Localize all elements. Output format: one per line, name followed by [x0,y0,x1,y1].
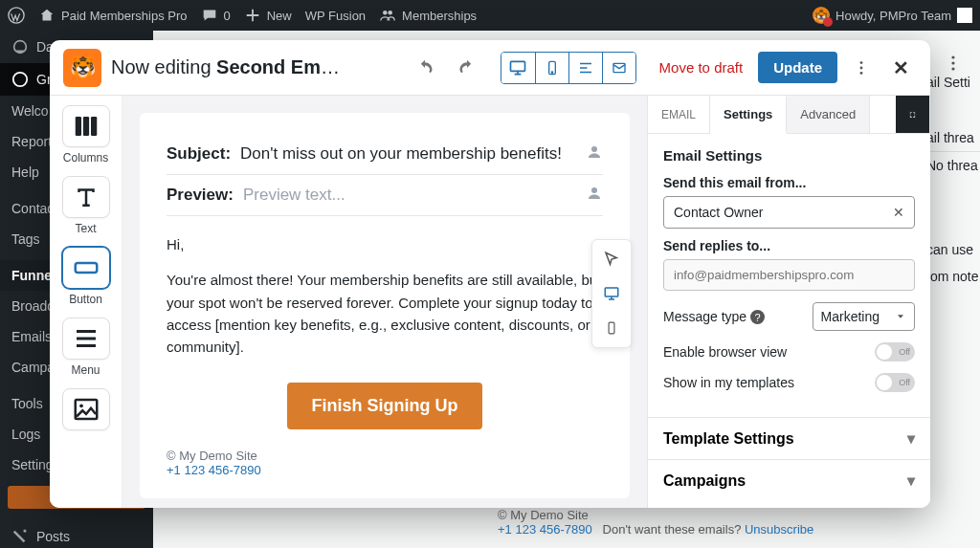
close-icon[interactable]: ✕ [885,53,917,83]
svg-point-20 [79,404,83,407]
settings-heading: Email Settings [663,147,915,164]
cursor-tool-icon[interactable] [598,246,625,273]
send-from-field[interactable]: Contact Owner ✕ [663,196,915,229]
personalize-preview-icon[interactable] [586,185,603,206]
comments-link[interactable]: 0 [201,7,231,24]
block-button[interactable]: Button [57,247,115,306]
preview-placeholder[interactable]: Preview text... [243,186,345,205]
button-icon [62,247,110,289]
wp-admin-bar: Paid Memberships Pro 0 New WP Fusion Mem… [0,0,980,31]
browser-view-label: Enable browser view [663,344,787,360]
svg-rect-23 [605,288,618,296]
subject-value[interactable]: Don't miss out on your membership benefi… [240,144,562,164]
svg-point-2 [389,11,393,15]
subject-label: Subject: [167,144,231,164]
svg-point-10 [551,72,552,73]
block-text[interactable]: Text [57,176,115,235]
svg-point-7 [951,67,954,70]
undo-button[interactable] [409,52,441,84]
desktop-preview-button[interactable] [501,53,535,83]
site-name: Paid Memberships Pro [61,9,188,23]
bg-unsubscribe-link[interactable]: Unsubscribe [745,522,813,537]
svg-point-6 [951,61,954,64]
update-button[interactable]: Update [758,52,837,83]
sidebar-item-posts[interactable]: Posts [0,520,153,548]
replies-input[interactable] [663,259,915,291]
email-editor-modal: 🐯 Now editing Second Email: A... Move to… [50,40,930,508]
secondary-avatar-icon [957,8,972,23]
svg-rect-15 [75,117,80,136]
editing-title: Now editing Second Email: A... [111,56,350,78]
wp-fusion-link[interactable]: WP Fusion [305,9,366,23]
app-logo[interactable]: 🐯 [63,49,101,87]
new-content[interactable]: New [244,7,292,24]
mobile-preview-button[interactable] [535,53,568,83]
desktop-tool-icon[interactable] [598,280,625,307]
svg-rect-16 [82,117,88,136]
tab-advanced[interactable]: Advanced [787,96,870,133]
message-type-select[interactable]: Marketing [813,302,915,331]
svg-point-1 [383,11,388,15]
background-email-footer: © My Demo Site +1 123 456-7890 Don't wan… [153,508,980,548]
svg-point-14 [860,71,863,74]
help-icon[interactable]: ? [750,310,765,324]
svg-rect-24 [609,322,614,334]
redo-button[interactable] [451,52,483,84]
show-templates-label: Show in my templates [663,375,794,390]
send-from-label: Send this email from... [663,175,915,190]
tab-email[interactable]: EMAIL [648,96,710,133]
template-settings-accordion[interactable]: Template Settings ▾ [648,417,930,459]
svg-point-21 [591,146,597,152]
block-menu[interactable]: Menu [57,318,115,377]
background-peek: ail Setti ail threa No threa can use tom… [923,69,980,290]
howdy-account[interactable]: 🐯 Howdy, PMPro Team [813,7,972,24]
preview-label: Preview: [167,186,234,205]
wp-logo[interactable] [8,7,25,24]
clear-send-from-icon[interactable]: ✕ [893,205,904,220]
chevron-down-icon: ▾ [907,429,915,448]
svg-rect-8 [511,61,525,71]
svg-rect-17 [91,117,97,136]
personalize-subject-icon[interactable] [586,143,603,164]
align-button[interactable] [568,53,602,83]
mobile-tool-icon[interactable] [598,315,625,341]
page-options-icon[interactable] [944,54,963,77]
columns-icon [62,105,110,147]
svg-point-0 [9,8,24,23]
campaigns-accordion[interactable]: Campaigns ▾ [648,459,930,501]
editor-more-icon[interactable] [847,54,876,82]
send-test-button[interactable] [602,53,635,83]
menu-icon [62,318,110,360]
block-image[interactable] [57,388,115,434]
preview-device-group [501,52,636,84]
replies-label: Send replies to... [663,238,915,253]
message-type-label: Message type? [663,309,765,325]
memberships-link[interactable]: Memberships [379,7,477,24]
block-columns[interactable]: Columns [57,105,115,164]
chevron-down-icon: ▾ [907,471,915,490]
svg-point-5 [951,55,954,58]
browser-view-toggle[interactable]: Off [875,342,915,362]
svg-point-12 [860,61,863,64]
svg-point-3 [13,73,27,86]
tab-fullscreen-icon[interactable] [896,96,930,133]
svg-point-13 [860,66,863,69]
text-icon [62,176,110,218]
svg-rect-4 [24,530,27,533]
svg-rect-18 [75,263,97,273]
email-cta-button[interactable]: Finish Signing Up [287,383,483,429]
floating-tools [591,239,632,348]
email-body[interactable]: Hi, You're almost there! Your membership… [167,233,603,358]
show-templates-toggle[interactable]: Off [875,373,915,392]
site-home[interactable]: Paid Memberships Pro [38,7,188,24]
tab-settings[interactable]: Settings [710,97,787,134]
settings-panel: EMAIL Settings Advanced Email Settings S… [647,96,930,508]
move-to-draft-link[interactable]: Move to draft [659,59,744,76]
editor-toolbar: 🐯 Now editing Second Email: A... Move to… [50,40,930,96]
image-icon [62,388,110,430]
preview-row[interactable]: Preview: Preview text... [167,175,603,216]
email-canvas[interactable]: Subject: Don't miss out on your membersh… [140,113,630,498]
subject-row[interactable]: Subject: Don't miss out on your membersh… [167,134,603,175]
svg-point-22 [591,187,597,193]
bg-phone-link[interactable]: +1 123 456-7890 [498,522,592,537]
